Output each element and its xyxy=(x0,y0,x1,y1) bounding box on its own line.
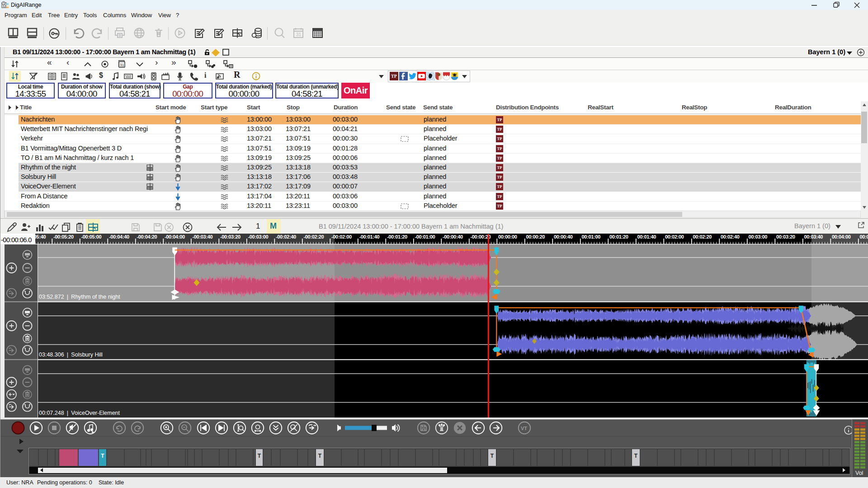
svg-text:-00:01:20: -00:01:20 xyxy=(387,234,407,239)
svg-text:00:03:20: 00:03:20 xyxy=(776,234,795,239)
svg-text:00:03:40: 00:03:40 xyxy=(804,234,823,239)
svg-text:-00:02:00: -00:02:00 xyxy=(331,234,352,239)
svg-text:-00:05:20: -00:05:20 xyxy=(53,234,74,239)
svg-text:-00:03:00: -00:03:00 xyxy=(248,234,268,239)
svg-text:00:00:00: 00:00:00 xyxy=(498,234,517,239)
svg-text:-00:01:40: -00:01:40 xyxy=(359,234,379,239)
svg-text:-00:00:06.0: -00:00:06.0 xyxy=(1,236,32,244)
svg-text:-00:02:40: -00:02:40 xyxy=(276,234,296,239)
svg-text:03:48.306 | Solsbury Hill: 03:48.306 | Solsbury Hill xyxy=(39,352,103,358)
svg-text:-00:04:20: -00:04:20 xyxy=(137,234,157,239)
svg-text:31: 31 xyxy=(120,63,124,67)
svg-text:-00:00:40: -00:00:40 xyxy=(443,234,463,239)
svg-text:-00:04:40: -00:04:40 xyxy=(109,234,129,239)
svg-text:31: 31 xyxy=(296,32,302,37)
svg-text:03:52.872 | Rhythm of the nigh: 03:52.872 | Rhythm of the night xyxy=(39,294,120,300)
svg-text:00:00:20: 00:00:20 xyxy=(526,234,545,239)
svg-text:-00:05:00: -00:05:00 xyxy=(81,234,101,239)
svg-text:-00:01:00: -00:01:00 xyxy=(415,234,435,239)
svg-text:00:02:20: 00:02:20 xyxy=(693,234,712,239)
svg-text:00:02:00: 00:02:00 xyxy=(665,234,684,239)
svg-text:00:00:40: 00:00:40 xyxy=(554,234,573,239)
svg-text:00:02:40: 00:02:40 xyxy=(721,234,740,239)
svg-text:-00:04:00: -00:04:00 xyxy=(165,234,185,239)
svg-text:00:01:40: 00:01:40 xyxy=(637,234,656,239)
svg-text:00:07.248 | VoiceOver-Element: 00:07.248 | VoiceOver-Element xyxy=(39,410,120,416)
svg-text:00:04:20: 00:04:20 xyxy=(859,234,868,239)
svg-text:VT: VT xyxy=(521,426,527,431)
svg-text:00:01:20: 00:01:20 xyxy=(609,234,628,239)
svg-text:00:01:00: 00:01:00 xyxy=(581,234,600,239)
svg-text:00:03:00: 00:03:00 xyxy=(748,234,767,239)
svg-text:-00:03:20: -00:03:20 xyxy=(220,234,241,239)
svg-text:00:04:00: 00:04:00 xyxy=(832,234,851,239)
svg-text:-00:03:40: -00:03:40 xyxy=(192,234,212,239)
svg-text:-00:02:20: -00:02:20 xyxy=(303,234,324,239)
